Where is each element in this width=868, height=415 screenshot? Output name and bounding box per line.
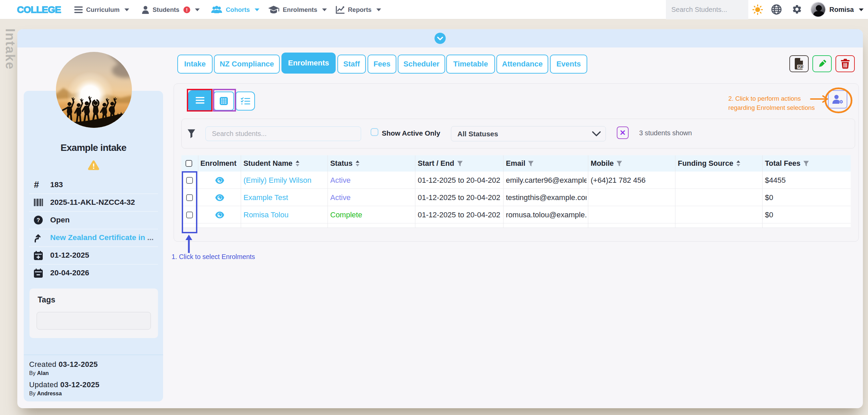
svg-text:PDF: PDF [797,65,804,69]
svg-text:?: ? [37,217,40,223]
